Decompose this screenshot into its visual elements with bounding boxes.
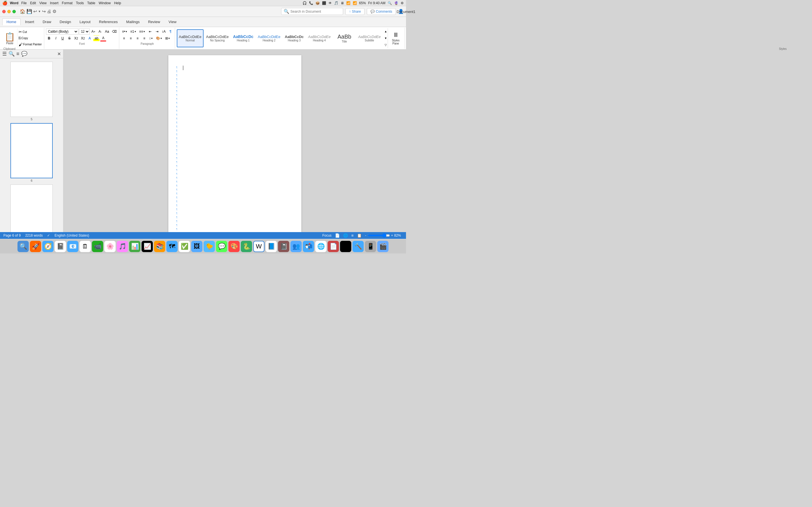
font-size-select[interactable]: 12 (79, 29, 90, 35)
dock-pdf[interactable]: 📄 (327, 241, 339, 252)
zoom-level[interactable]: 82% (394, 233, 403, 237)
dock-xcode[interactable]: 🔨 (352, 241, 364, 252)
format-painter-button[interactable]: 🖌 Format Painter (18, 42, 42, 47)
dock-onenote[interactable]: 📓 (278, 241, 289, 252)
menu-insert[interactable]: Insert (50, 1, 58, 5)
dock-photos[interactable]: 🌸 (104, 241, 116, 252)
highlight-button[interactable]: ab (93, 35, 100, 41)
dock-teams[interactable]: 👥 (290, 241, 302, 252)
quick-access-save[interactable]: 💾 (27, 9, 32, 14)
menu-help[interactable]: Help (114, 1, 121, 5)
change-case-button[interactable]: Aa (104, 29, 110, 35)
dock-facetime[interactable]: 📹 (92, 241, 103, 252)
underline-button[interactable]: U (59, 35, 66, 41)
style-heading2[interactable]: AaBbCcDdEe Heading 2 (256, 29, 283, 47)
style-heading3[interactable]: AaBbCcDc Heading 3 (283, 29, 306, 47)
dock-launchpad[interactable]: 🚀 (30, 241, 41, 252)
share-button[interactable]: ↑ Share (345, 8, 364, 15)
dock-itunes[interactable]: 🎵 (117, 241, 128, 252)
word-menu-app[interactable]: Word (10, 1, 18, 5)
dock-powerpoint[interactable]: 📘 (266, 241, 277, 252)
status-view-read[interactable]: 📋 (357, 233, 362, 238)
quick-access-home[interactable]: 🏠 (20, 9, 26, 14)
style-no-spacing[interactable]: AaBbCcDdEe No Spacing (204, 29, 231, 47)
dock-tweetbot[interactable]: 🐤 (204, 241, 215, 252)
status-focus-label[interactable]: Focus (322, 233, 332, 237)
quick-access-redo[interactable]: ↪ (42, 9, 46, 14)
paste-button[interactable]: 📋 Paste (2, 28, 17, 48)
multilevel-button[interactable]: ≡≡▼ (138, 29, 147, 35)
menu-table[interactable]: Table (87, 1, 95, 5)
dock-numbers[interactable]: 📊 (129, 241, 140, 252)
dock-safari[interactable]: 🧭 (42, 241, 54, 252)
zoom-out-button[interactable]: - (365, 233, 366, 237)
dock-messages[interactable]: 💬 (216, 241, 227, 252)
align-justify-button[interactable]: ≡ (141, 35, 147, 41)
status-view-outline[interactable]: ≡ (351, 233, 354, 238)
decrease-indent-button[interactable]: ⇤ (147, 29, 153, 35)
quick-access-customize[interactable]: ⚙ (52, 9, 56, 14)
menu-tools[interactable]: Tools (76, 1, 84, 5)
italic-button[interactable]: I (53, 35, 59, 41)
zoom-slider[interactable] (367, 233, 390, 238)
superscript-button[interactable]: X2 (80, 35, 86, 41)
system-control-icon[interactable]: ⚙ (401, 1, 404, 5)
dock-stocks[interactable]: 📈 (142, 241, 153, 252)
dock-reminders[interactable]: ✅ (179, 241, 190, 252)
align-left-button[interactable]: ≡ (121, 35, 127, 41)
document-page-6[interactable]: ¶ ¶ ¶ ¶ ¶ ¶ ¶ ¶ ¶ ¶ ¶ ¶ ¶ ¶ ¶ ¶ ¶ (168, 55, 301, 232)
dock-finder[interactable]: 🔍 (17, 241, 29, 252)
sidebar-search-icon[interactable]: 🔍 (8, 51, 15, 57)
numbering-button[interactable]: ≡1▼ (129, 29, 138, 35)
menu-view[interactable]: View (39, 1, 47, 5)
dock-terminal[interactable]: ⌨ (340, 241, 351, 252)
style-subtitle[interactable]: AaBbCcDdEe Subtitle (356, 29, 383, 47)
increase-indent-button[interactable]: ⇥ (154, 29, 160, 35)
dock-books[interactable]: 📚 (154, 241, 165, 252)
shrink-font-button[interactable]: A- (97, 29, 103, 35)
dock-word[interactable]: W (253, 241, 264, 252)
dock-outlook[interactable]: 📬 (303, 241, 314, 252)
shading-button[interactable]: 🎨▼ (155, 35, 163, 41)
status-view-web[interactable]: 🌐 (343, 233, 348, 238)
style-normal[interactable]: AaBbCcDdEe Normal (177, 29, 204, 47)
zoom-in-button[interactable]: + (391, 233, 393, 237)
sidebar-comments-icon[interactable]: 💬 (21, 51, 28, 57)
search-input[interactable] (290, 10, 341, 13)
sidebar-close-icon[interactable]: ✕ (57, 51, 61, 57)
quick-access-undo[interactable]: ↩ (33, 9, 37, 14)
sidebar-page-6[interactable]: 6 (1, 123, 62, 182)
status-language[interactable]: English (United States) (54, 233, 89, 237)
tab-references[interactable]: References (95, 18, 121, 25)
tab-design[interactable]: Design (56, 18, 75, 25)
sidebar-page-5[interactable]: 5 (1, 62, 62, 121)
maximize-button[interactable] (12, 10, 16, 13)
status-proofing-icon[interactable]: ✓ (47, 233, 50, 237)
bullets-button[interactable]: ≡•▼ (121, 29, 129, 35)
sidebar-page-7[interactable]: 7 (1, 184, 62, 232)
clear-format-button[interactable]: ⌫ (111, 29, 118, 35)
system-siri-icon[interactable]: 🔮 (394, 1, 398, 5)
status-view-print[interactable]: 📄 (335, 233, 340, 238)
menu-format[interactable]: Format (62, 1, 72, 5)
sidebar-thumbnails-icon[interactable]: ☰ (2, 51, 7, 57)
minimize-button[interactable] (7, 10, 11, 13)
align-center-button[interactable]: ≡ (128, 35, 134, 41)
font-face-select[interactable]: Calibri (Body) (46, 29, 79, 35)
align-right-button[interactable]: ≡ (135, 35, 141, 41)
menu-file[interactable]: File (21, 1, 27, 5)
system-search-icon[interactable]: 🔍 (388, 1, 392, 5)
close-button[interactable] (2, 10, 6, 13)
tab-home[interactable]: Home (2, 18, 20, 25)
tab-insert[interactable]: Insert (21, 18, 38, 25)
tab-review[interactable]: Review (144, 18, 164, 25)
cut-button[interactable]: ✂ Cut (18, 30, 42, 34)
comments-button[interactable]: 💬 Comments (367, 8, 396, 15)
apple-menu[interactable]: 🍎 (2, 1, 8, 6)
style-heading1[interactable]: AaBbCcDc Heading 1 (231, 29, 255, 47)
style-heading4[interactable]: AaBbCcDdEe Heading 4 (306, 29, 333, 47)
document-area[interactable]: ¶ ¶ ¶ ¶ ¶ ¶ ¶ ¶ ¶ ¶ ¶ ¶ ¶ ¶ ¶ ¶ ¶ (63, 50, 406, 232)
tab-view[interactable]: View (165, 18, 181, 25)
sort-button[interactable]: ↕A (161, 29, 167, 35)
tab-mailings[interactable]: Mailings (122, 18, 144, 25)
